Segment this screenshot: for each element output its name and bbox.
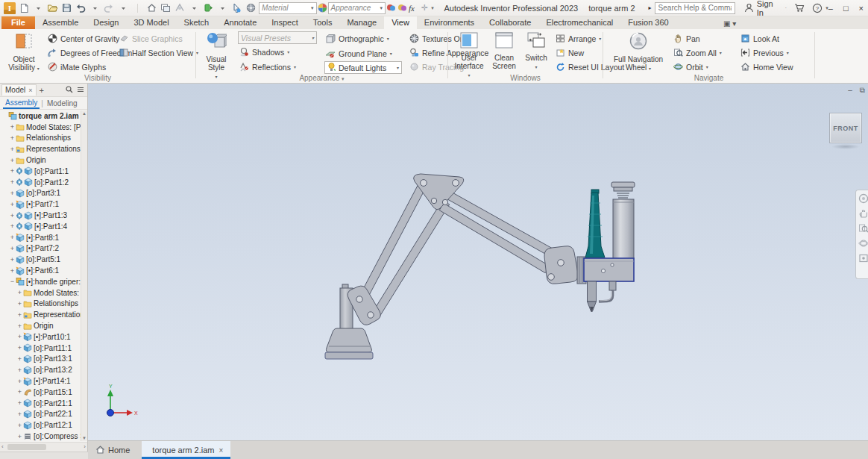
- open-icon[interactable]: [45, 1, 59, 15]
- ribbon-tab[interactable]: Assemble: [35, 16, 86, 29]
- tree-item[interactable]: + Relationships: [0, 299, 81, 310]
- ribbon-tab[interactable]: Tools: [306, 16, 340, 29]
- add-panel-icon[interactable]: +: [40, 86, 44, 95]
- expander-icon[interactable]: +: [16, 378, 23, 385]
- tree-item[interactable]: + [•]:Part14:1: [0, 375, 81, 387]
- tree-item[interactable]: − [•]:handle griper:1: [0, 276, 81, 287]
- add-icon[interactable]: ✛: [419, 1, 430, 15]
- zoom-icon[interactable]: [858, 223, 868, 234]
- expander-icon[interactable]: +: [9, 256, 16, 263]
- tree-item[interactable]: + Model States: [Prim: [0, 122, 81, 133]
- half-section-view-button[interactable]: Half Section View▾: [118, 46, 195, 60]
- minimize-button[interactable]: –: [828, 4, 833, 13]
- pan-button[interactable]: Pan: [672, 31, 736, 46]
- orthographic-button[interactable]: Orthographic▾: [324, 31, 405, 46]
- home-view-button[interactable]: Home View: [739, 60, 814, 74]
- orbit-button[interactable]: Orbit▾: [672, 60, 736, 74]
- tree-item[interactable]: torque arm 2.iam: [0, 110, 81, 122]
- tree-item[interactable]: + Relationships: [0, 133, 81, 144]
- expander-icon[interactable]: +: [16, 410, 23, 418]
- color-wheel-icon[interactable]: [317, 1, 328, 15]
- tree-item[interactable]: + [o]:Compress Sp: [0, 431, 81, 441]
- tree-item[interactable]: + Model States: [P: [0, 287, 81, 299]
- full-navigation-wheel-button[interactable]: Full NavigationWheel ▾: [609, 31, 667, 73]
- clean-screen-button[interactable]: CleanScreen: [488, 31, 520, 70]
- expander-icon[interactable]: +: [9, 146, 16, 153]
- arrange-button[interactable]: Arrange▾: [554, 31, 603, 46]
- ribbon-tab[interactable]: Annotate: [216, 16, 264, 29]
- look-at-button[interactable]: Look At: [739, 31, 814, 46]
- new-window-button[interactable]: New: [554, 46, 603, 60]
- panel-label-appearance[interactable]: Appearance ▾: [196, 74, 447, 82]
- reset-ui-layout-button[interactable]: Reset UI Layout: [554, 60, 603, 74]
- ribbon-tab[interactable]: Environments: [417, 16, 482, 29]
- tree-item[interactable]: + Representations: [0, 143, 81, 154]
- dropdown[interactable]: [88, 1, 101, 15]
- pan-icon[interactable]: [858, 208, 868, 219]
- tree-item[interactable]: + Representations: [0, 309, 81, 320]
- expander-icon[interactable]: +: [16, 433, 23, 440]
- expander-icon[interactable]: +: [16, 399, 23, 407]
- expander-icon[interactable]: +: [9, 190, 16, 197]
- expander-icon[interactable]: +: [16, 300, 23, 307]
- tree-item[interactable]: + [o]:Part1:2: [0, 177, 81, 188]
- tree-item[interactable]: + [o]:Part13:2: [0, 364, 81, 375]
- tree-item[interactable]: + [o]:Part13:1: [0, 354, 81, 365]
- ribbon-tab[interactable]: 3D Model: [127, 16, 177, 29]
- tree-item[interactable]: + [•]:Part10:1: [0, 331, 81, 343]
- home-icon[interactable]: [145, 1, 158, 15]
- constraint-icon[interactable]: [173, 1, 186, 15]
- search-input[interactable]: [655, 2, 735, 14]
- expander-icon[interactable]: +: [9, 134, 16, 142]
- help-icon[interactable]: ?: [812, 2, 823, 14]
- menu-icon[interactable]: [77, 86, 84, 95]
- previous-view-button[interactable]: Previous▾: [739, 46, 814, 60]
- inventor-logo[interactable]: I: [3, 1, 16, 15]
- slice-graphics-button[interactable]: Slice Graphics: [118, 31, 195, 46]
- expander-icon[interactable]: +: [9, 201, 16, 208]
- visual-presets-combo[interactable]: Visual Presets▾: [238, 31, 317, 44]
- expander-icon[interactable]: +: [9, 212, 16, 219]
- ground-plane-button[interactable]: Ground Plane▾: [324, 46, 405, 60]
- tree-item[interactable]: + [•]:Part1:3: [0, 210, 81, 221]
- tree-item[interactable]: + [o]:Part22:1: [0, 409, 81, 420]
- new-file-icon[interactable]: [17, 1, 31, 15]
- expander-icon[interactable]: +: [9, 234, 16, 241]
- appearance-combo[interactable]: Appearance▾: [328, 2, 386, 14]
- tree-item[interactable]: + [o]:Part21:1: [0, 398, 81, 409]
- maximize-button[interactable]: □: [843, 4, 849, 13]
- expander-icon[interactable]: −: [9, 278, 16, 285]
- imate-glyphs-button[interactable]: iMate Glyphs: [46, 60, 142, 74]
- tab-assembly[interactable]: Assembly: [3, 98, 40, 109]
- expander-icon[interactable]: +: [16, 388, 23, 396]
- ribbon-tab[interactable]: Inspect: [264, 16, 305, 29]
- tree-item[interactable]: + [•]:Part8:1: [0, 232, 81, 243]
- ribbon-tab[interactable]: Collaborate: [482, 16, 538, 29]
- doc-minimize-button[interactable]: –: [848, 86, 852, 95]
- parameters-fx-icon[interactable]: fx: [408, 1, 419, 15]
- search-icon[interactable]: [66, 86, 73, 95]
- dropdown[interactable]: [116, 1, 130, 15]
- tree-item[interactable]: + [o]:Part5:1: [0, 254, 81, 265]
- adjust-appearance-icon[interactable]: [386, 1, 397, 15]
- tree-item[interactable]: + [o]:Part15:1: [0, 387, 81, 398]
- navigation-wheel-icon[interactable]: [858, 193, 868, 204]
- view-cube[interactable]: FRONT: [829, 113, 862, 143]
- tree-item[interactable]: + [•]:Part1:4: [0, 221, 81, 232]
- undo-icon[interactable]: [74, 1, 87, 15]
- update-icon[interactable]: [201, 1, 215, 15]
- tree-item[interactable]: + [•]:Part7:1: [0, 199, 81, 210]
- switch-doc-icon[interactable]: [159, 1, 172, 15]
- dropdown[interactable]: [31, 1, 45, 15]
- tree-item[interactable]: + [o]:Part11:1: [0, 343, 81, 354]
- ribbon-tab[interactable]: File: [1, 16, 35, 29]
- document-tab[interactable]: Home: [88, 441, 142, 459]
- object-visibility-button[interactable]: ObjectVisibility ▾: [3, 31, 45, 73]
- material-combo[interactable]: Material▾: [259, 2, 317, 14]
- expander-icon[interactable]: +: [16, 422, 23, 429]
- ribbon-tab[interactable]: View: [384, 16, 417, 29]
- browser-horizontal-scrollbar[interactable]: ‹›: [0, 442, 87, 452]
- search-expand-icon[interactable]: ▸: [649, 4, 652, 11]
- default-lights-combo[interactable]: Default Lights▾: [324, 61, 402, 74]
- doc-restore-button[interactable]: ⧉: [860, 86, 865, 95]
